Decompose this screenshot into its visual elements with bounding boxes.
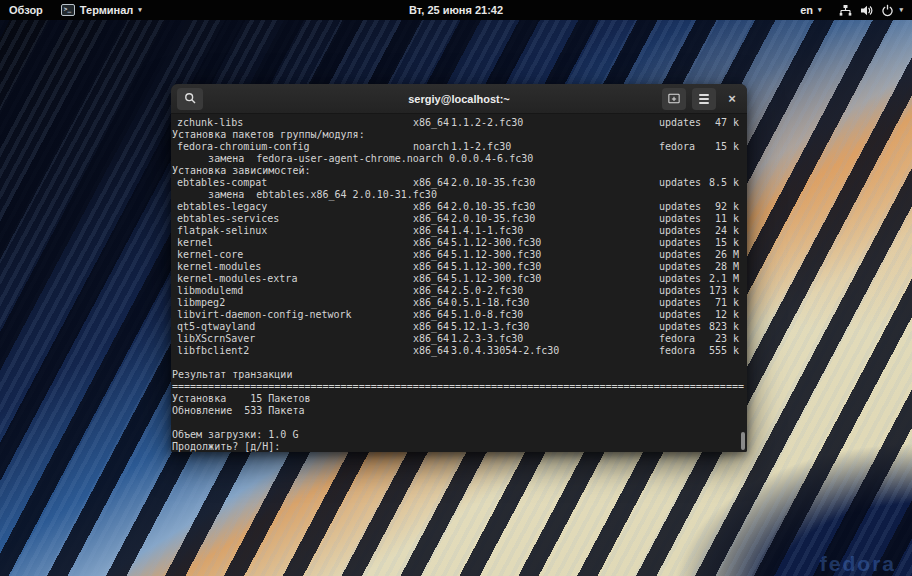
hamburger-menu-icon: [699, 94, 709, 104]
terminal-row: fedora-chromium-confignoarch1.1-2.fc30fe…: [171, 141, 747, 153]
system-status-icons: [839, 4, 894, 17]
terminal-row: kernelx86_645.1.12-300.fc30updates15 k: [171, 237, 747, 249]
terminal-window: sergiy@localhost:~ × zchunk-libsx86_641.…: [171, 84, 747, 452]
terminal-row: [171, 417, 747, 429]
system-menu-button[interactable]: ▾: [830, 0, 912, 20]
new-tab-button[interactable]: [662, 88, 686, 110]
terminal-row: flatpak-selinuxx86_641.4.1-1.fc30updates…: [171, 225, 747, 237]
headerbar-actions: ×: [662, 88, 742, 110]
terminal-row: замена fedora-user-agent-chrome.noarch 0…: [171, 153, 747, 165]
keyboard-layout-button[interactable]: en ▾: [791, 0, 830, 20]
fedora-watermark: fedora: [820, 552, 896, 576]
close-button[interactable]: ×: [722, 88, 742, 110]
menu-button[interactable]: [692, 88, 716, 110]
top-bar: Обзор >_ Терминал ▾ Вт, 25 июня 21:42 en…: [0, 0, 912, 20]
search-button[interactable]: [177, 88, 203, 110]
terminal-row: замена ebtables.x86_64 2.0.10-31.fc30: [171, 189, 747, 201]
terminal-row: Установка 15 Пакетов: [171, 393, 747, 405]
terminal-row: ebtables-servicesx86_642.0.10-35.fc30upd…: [171, 213, 747, 225]
chevron-down-icon: ▾: [818, 6, 822, 14]
terminal-row: libmpeg2x86_640.5.1-18.fc30updates71 k: [171, 297, 747, 309]
terminal-row: qt5-qtwaylandx86_645.12.1-3.fc30updates8…: [171, 321, 747, 333]
terminal-row: libvirt-daemon-config-networkx86_645.1.0…: [171, 309, 747, 321]
terminal-row: ebtables-legacyx86_642.0.10-35.fc30updat…: [171, 201, 747, 213]
terminal-row: ========================================…: [171, 381, 747, 393]
terminal-row: ebtables-compatx86_642.0.10-35.fc30updat…: [171, 177, 747, 189]
terminal-row: Установка пакетов группы/модуля:: [171, 129, 747, 141]
terminal-row: kernel-corex86_645.1.12-300.fc30updates2…: [171, 249, 747, 261]
search-icon: [184, 92, 197, 105]
terminal-row: [171, 357, 747, 369]
terminal-row: zchunk-libsx86_641.1.2-2.fc30updates47 k: [171, 117, 747, 129]
chevron-down-icon: ▾: [138, 6, 142, 14]
terminal-row: Установка зависимостей:: [171, 165, 747, 177]
terminal-output[interactable]: zchunk-libsx86_641.1.2-2.fc30updates47 k…: [171, 114, 747, 452]
terminal-row: Объем загрузки: 1.0 G: [171, 429, 747, 441]
terminal-row: libfbclient2x86_643.0.4.33054-2.fc30fedo…: [171, 345, 747, 357]
terminal-rows: zchunk-libsx86_641.1.2-2.fc30updates47 k…: [171, 117, 747, 452]
close-icon: ×: [728, 91, 736, 106]
new-tab-icon: [668, 92, 680, 105]
topbar-right: en ▾ ▾: [791, 0, 912, 20]
power-icon: [881, 4, 894, 17]
terminal-row: Обновление 533 Пакета: [171, 405, 747, 417]
terminal-row: kernel-modules-extrax86_645.1.12-300.fc3…: [171, 273, 747, 285]
window-title: sergiy@localhost:~: [408, 93, 510, 105]
terminal-row: Результат транзакции: [171, 369, 747, 381]
activities-button[interactable]: Обзор: [0, 0, 52, 20]
terminal-row: kernel-modulesx86_645.1.12-300.fc30updat…: [171, 261, 747, 273]
terminal-row: libXScrnSaverx86_641.2.3-3.fc30fedora23 …: [171, 333, 747, 345]
scrollbar-thumb[interactable]: [741, 432, 745, 450]
clock-button[interactable]: Вт, 25 июня 21:42: [400, 0, 512, 20]
terminal-row: libmodulemdx86_642.5.0-2.fc30updates173 …: [171, 285, 747, 297]
terminal-headerbar[interactable]: sergiy@localhost:~ ×: [171, 84, 747, 114]
wired-network-icon: [839, 4, 852, 17]
topbar-left: Обзор >_ Терминал ▾: [0, 0, 151, 20]
chevron-down-icon: ▾: [899, 6, 903, 14]
keyboard-layout-label: en: [800, 4, 813, 16]
app-menu-label: Терминал: [80, 4, 134, 16]
volume-icon: [860, 4, 873, 17]
terminal-app-icon: >_: [61, 4, 75, 16]
terminal-row: Продолжить? [д/Н]:: [171, 441, 747, 452]
app-menu-button[interactable]: >_ Терминал ▾: [52, 0, 151, 20]
